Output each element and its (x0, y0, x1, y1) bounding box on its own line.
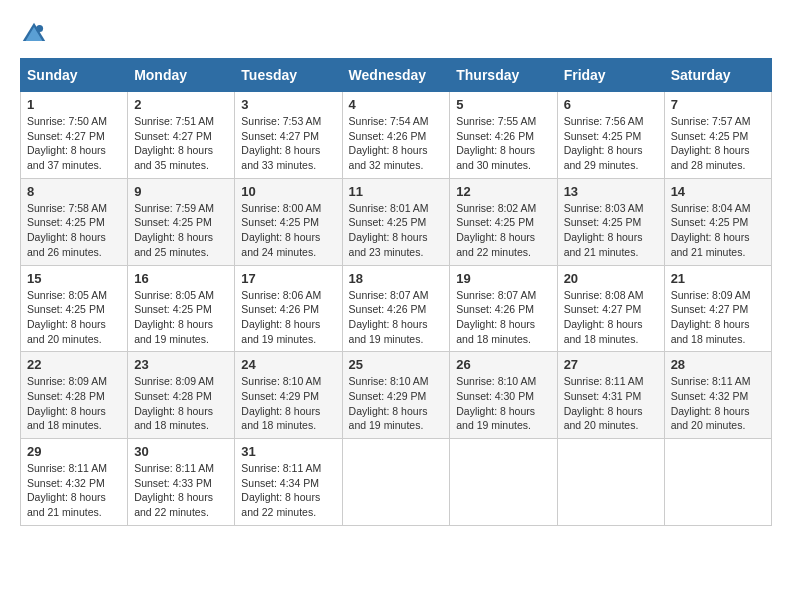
calendar-day: 17 Sunrise: 8:06 AMSunset: 4:26 PMDaylig… (235, 265, 342, 352)
calendar-day: 11 Sunrise: 8:01 AMSunset: 4:25 PMDaylig… (342, 178, 450, 265)
calendar-week: 8 Sunrise: 7:58 AMSunset: 4:25 PMDayligh… (21, 178, 772, 265)
logo-icon (20, 20, 48, 48)
day-number: 3 (241, 97, 335, 112)
day-info: Sunrise: 8:05 AMSunset: 4:25 PMDaylight:… (134, 289, 214, 345)
day-number: 2 (134, 97, 228, 112)
calendar-week: 15 Sunrise: 8:05 AMSunset: 4:25 PMDaylig… (21, 265, 772, 352)
calendar-day (557, 439, 664, 526)
day-number: 21 (671, 271, 765, 286)
weekday-header: Tuesday (235, 59, 342, 92)
day-info: Sunrise: 8:11 AMSunset: 4:31 PMDaylight:… (564, 375, 644, 431)
day-info: Sunrise: 8:02 AMSunset: 4:25 PMDaylight:… (456, 202, 536, 258)
day-number: 18 (349, 271, 444, 286)
day-number: 17 (241, 271, 335, 286)
day-info: Sunrise: 8:11 AMSunset: 4:32 PMDaylight:… (27, 462, 107, 518)
day-info: Sunrise: 8:09 AMSunset: 4:28 PMDaylight:… (134, 375, 214, 431)
calendar-week: 22 Sunrise: 8:09 AMSunset: 4:28 PMDaylig… (21, 352, 772, 439)
weekday-header: Thursday (450, 59, 557, 92)
calendar-day: 7 Sunrise: 7:57 AMSunset: 4:25 PMDayligh… (664, 92, 771, 179)
day-info: Sunrise: 8:06 AMSunset: 4:26 PMDaylight:… (241, 289, 321, 345)
calendar-body: 1 Sunrise: 7:50 AMSunset: 4:27 PMDayligh… (21, 92, 772, 526)
day-number: 12 (456, 184, 550, 199)
calendar: SundayMondayTuesdayWednesdayThursdayFrid… (20, 58, 772, 526)
day-info: Sunrise: 8:00 AMSunset: 4:25 PMDaylight:… (241, 202, 321, 258)
day-number: 5 (456, 97, 550, 112)
calendar-day: 25 Sunrise: 8:10 AMSunset: 4:29 PMDaylig… (342, 352, 450, 439)
logo (20, 20, 52, 48)
calendar-day: 26 Sunrise: 8:10 AMSunset: 4:30 PMDaylig… (450, 352, 557, 439)
calendar-day: 29 Sunrise: 8:11 AMSunset: 4:32 PMDaylig… (21, 439, 128, 526)
calendar-day: 16 Sunrise: 8:05 AMSunset: 4:25 PMDaylig… (128, 265, 235, 352)
calendar-day: 4 Sunrise: 7:54 AMSunset: 4:26 PMDayligh… (342, 92, 450, 179)
calendar-day: 13 Sunrise: 8:03 AMSunset: 4:25 PMDaylig… (557, 178, 664, 265)
day-number: 31 (241, 444, 335, 459)
day-info: Sunrise: 7:51 AMSunset: 4:27 PMDaylight:… (134, 115, 214, 171)
calendar-day: 1 Sunrise: 7:50 AMSunset: 4:27 PMDayligh… (21, 92, 128, 179)
calendar-day: 14 Sunrise: 8:04 AMSunset: 4:25 PMDaylig… (664, 178, 771, 265)
day-info: Sunrise: 8:09 AMSunset: 4:27 PMDaylight:… (671, 289, 751, 345)
day-info: Sunrise: 7:54 AMSunset: 4:26 PMDaylight:… (349, 115, 429, 171)
day-info: Sunrise: 7:57 AMSunset: 4:25 PMDaylight:… (671, 115, 751, 171)
calendar-day (664, 439, 771, 526)
day-info: Sunrise: 8:05 AMSunset: 4:25 PMDaylight:… (27, 289, 107, 345)
calendar-day (450, 439, 557, 526)
day-info: Sunrise: 8:11 AMSunset: 4:32 PMDaylight:… (671, 375, 751, 431)
day-number: 9 (134, 184, 228, 199)
calendar-day: 6 Sunrise: 7:56 AMSunset: 4:25 PMDayligh… (557, 92, 664, 179)
calendar-day: 30 Sunrise: 8:11 AMSunset: 4:33 PMDaylig… (128, 439, 235, 526)
day-info: Sunrise: 8:09 AMSunset: 4:28 PMDaylight:… (27, 375, 107, 431)
day-number: 30 (134, 444, 228, 459)
day-info: Sunrise: 7:59 AMSunset: 4:25 PMDaylight:… (134, 202, 214, 258)
day-info: Sunrise: 8:07 AMSunset: 4:26 PMDaylight:… (349, 289, 429, 345)
day-info: Sunrise: 8:10 AMSunset: 4:29 PMDaylight:… (349, 375, 429, 431)
day-number: 20 (564, 271, 658, 286)
day-info: Sunrise: 7:53 AMSunset: 4:27 PMDaylight:… (241, 115, 321, 171)
weekday-header: Monday (128, 59, 235, 92)
day-info: Sunrise: 8:08 AMSunset: 4:27 PMDaylight:… (564, 289, 644, 345)
svg-point-2 (36, 25, 43, 32)
calendar-day: 22 Sunrise: 8:09 AMSunset: 4:28 PMDaylig… (21, 352, 128, 439)
day-info: Sunrise: 7:55 AMSunset: 4:26 PMDaylight:… (456, 115, 536, 171)
day-number: 10 (241, 184, 335, 199)
day-info: Sunrise: 8:07 AMSunset: 4:26 PMDaylight:… (456, 289, 536, 345)
day-number: 7 (671, 97, 765, 112)
weekday-header: Sunday (21, 59, 128, 92)
calendar-day: 20 Sunrise: 8:08 AMSunset: 4:27 PMDaylig… (557, 265, 664, 352)
weekday-header: Wednesday (342, 59, 450, 92)
weekday-header: Saturday (664, 59, 771, 92)
day-info: Sunrise: 8:11 AMSunset: 4:34 PMDaylight:… (241, 462, 321, 518)
calendar-day: 28 Sunrise: 8:11 AMSunset: 4:32 PMDaylig… (664, 352, 771, 439)
day-info: Sunrise: 7:58 AMSunset: 4:25 PMDaylight:… (27, 202, 107, 258)
calendar-day: 27 Sunrise: 8:11 AMSunset: 4:31 PMDaylig… (557, 352, 664, 439)
day-number: 6 (564, 97, 658, 112)
day-number: 27 (564, 357, 658, 372)
day-info: Sunrise: 8:01 AMSunset: 4:25 PMDaylight:… (349, 202, 429, 258)
day-info: Sunrise: 8:04 AMSunset: 4:25 PMDaylight:… (671, 202, 751, 258)
day-info: Sunrise: 8:10 AMSunset: 4:29 PMDaylight:… (241, 375, 321, 431)
calendar-day: 12 Sunrise: 8:02 AMSunset: 4:25 PMDaylig… (450, 178, 557, 265)
calendar-day: 10 Sunrise: 8:00 AMSunset: 4:25 PMDaylig… (235, 178, 342, 265)
day-number: 24 (241, 357, 335, 372)
calendar-day: 23 Sunrise: 8:09 AMSunset: 4:28 PMDaylig… (128, 352, 235, 439)
calendar-day: 24 Sunrise: 8:10 AMSunset: 4:29 PMDaylig… (235, 352, 342, 439)
calendar-day: 19 Sunrise: 8:07 AMSunset: 4:26 PMDaylig… (450, 265, 557, 352)
day-number: 11 (349, 184, 444, 199)
day-info: Sunrise: 7:50 AMSunset: 4:27 PMDaylight:… (27, 115, 107, 171)
day-number: 14 (671, 184, 765, 199)
day-number: 13 (564, 184, 658, 199)
calendar-day: 21 Sunrise: 8:09 AMSunset: 4:27 PMDaylig… (664, 265, 771, 352)
day-number: 25 (349, 357, 444, 372)
calendar-day: 5 Sunrise: 7:55 AMSunset: 4:26 PMDayligh… (450, 92, 557, 179)
day-info: Sunrise: 7:56 AMSunset: 4:25 PMDaylight:… (564, 115, 644, 171)
day-number: 4 (349, 97, 444, 112)
calendar-day: 9 Sunrise: 7:59 AMSunset: 4:25 PMDayligh… (128, 178, 235, 265)
calendar-day (342, 439, 450, 526)
calendar-week: 1 Sunrise: 7:50 AMSunset: 4:27 PMDayligh… (21, 92, 772, 179)
calendar-day: 8 Sunrise: 7:58 AMSunset: 4:25 PMDayligh… (21, 178, 128, 265)
calendar-week: 29 Sunrise: 8:11 AMSunset: 4:32 PMDaylig… (21, 439, 772, 526)
day-number: 26 (456, 357, 550, 372)
calendar-day: 15 Sunrise: 8:05 AMSunset: 4:25 PMDaylig… (21, 265, 128, 352)
day-info: Sunrise: 8:10 AMSunset: 4:30 PMDaylight:… (456, 375, 536, 431)
day-number: 1 (27, 97, 121, 112)
day-number: 15 (27, 271, 121, 286)
